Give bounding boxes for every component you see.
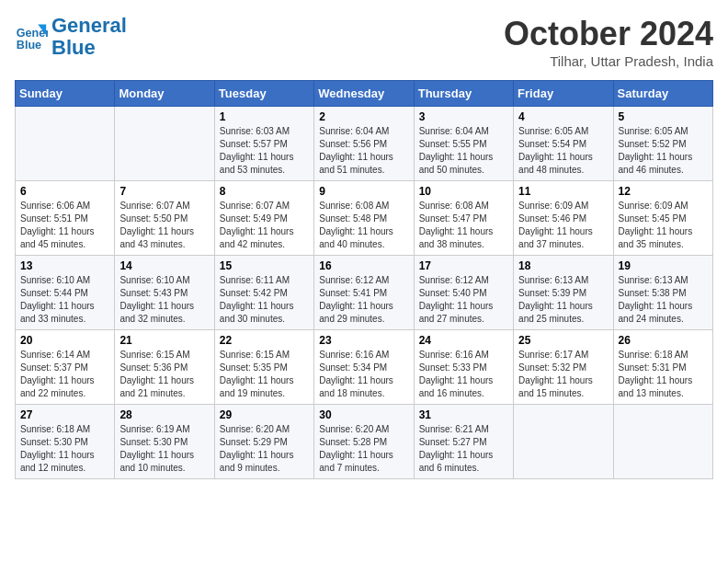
logo-icon: General Blue [15, 20, 48, 53]
day-of-week-header: Friday [514, 81, 613, 107]
day-of-week-header: Monday [115, 81, 214, 107]
calendar-day-cell: 19Sunrise: 6:13 AMSunset: 5:38 PMDayligh… [613, 256, 712, 330]
day-number: 8 [220, 185, 309, 198]
calendar-day-cell: 7Sunrise: 6:07 AMSunset: 5:50 PMDaylight… [115, 181, 214, 256]
day-info: Sunrise: 6:05 AMSunset: 5:52 PMDaylight:… [619, 125, 708, 177]
calendar-day-cell: 18Sunrise: 6:13 AMSunset: 5:39 PMDayligh… [514, 256, 613, 330]
day-number: 11 [518, 185, 608, 198]
calendar-day-cell: 20Sunrise: 6:14 AMSunset: 5:37 PMDayligh… [16, 330, 115, 405]
day-number: 17 [419, 259, 508, 272]
calendar-day-cell: 21Sunrise: 6:15 AMSunset: 5:36 PMDayligh… [115, 330, 214, 405]
calendar-day-cell: 2Sunrise: 6:04 AMSunset: 5:56 PMDaylight… [314, 107, 414, 181]
day-number: 21 [119, 334, 209, 347]
day-info: Sunrise: 6:18 AMSunset: 5:30 PMDaylight:… [20, 423, 109, 475]
day-number: 4 [518, 110, 608, 123]
calendar-day-cell: 24Sunrise: 6:16 AMSunset: 5:33 PMDayligh… [414, 330, 513, 405]
day-info: Sunrise: 6:06 AMSunset: 5:51 PMDaylight:… [20, 200, 109, 251]
month-title: October 2024 [504, 15, 713, 53]
day-number: 26 [619, 334, 708, 347]
calendar-day-cell: 25Sunrise: 6:17 AMSunset: 5:32 PMDayligh… [514, 330, 613, 405]
day-info: Sunrise: 6:21 AMSunset: 5:27 PMDaylight:… [419, 423, 508, 475]
svg-text:Blue: Blue [17, 39, 41, 52]
calendar-day-cell: 22Sunrise: 6:15 AMSunset: 5:35 PMDayligh… [214, 330, 313, 405]
day-info: Sunrise: 6:12 AMSunset: 5:40 PMDaylight:… [419, 274, 508, 326]
day-number: 18 [518, 259, 608, 272]
logo: General Blue GeneralBlue [15, 15, 127, 59]
calendar-day-cell: 23Sunrise: 6:16 AMSunset: 5:34 PMDayligh… [314, 330, 414, 405]
calendar-day-cell: 1Sunrise: 6:03 AMSunset: 5:57 PMDaylight… [214, 107, 313, 181]
calendar-day-cell: 8Sunrise: 6:07 AMSunset: 5:49 PMDaylight… [214, 181, 313, 256]
day-info: Sunrise: 6:16 AMSunset: 5:34 PMDaylight:… [319, 349, 408, 400]
day-info: Sunrise: 6:11 AMSunset: 5:42 PMDaylight:… [220, 274, 309, 326]
calendar-week-row: 6Sunrise: 6:06 AMSunset: 5:51 PMDaylight… [16, 181, 713, 256]
calendar-day-cell: 11Sunrise: 6:09 AMSunset: 5:46 PMDayligh… [514, 181, 613, 256]
day-info: Sunrise: 6:08 AMSunset: 5:48 PMDaylight:… [319, 200, 408, 251]
calendar-day-cell: 17Sunrise: 6:12 AMSunset: 5:40 PMDayligh… [414, 256, 513, 330]
location: Tilhar, Uttar Pradesh, India [504, 53, 713, 69]
day-info: Sunrise: 6:09 AMSunset: 5:45 PMDaylight:… [619, 200, 708, 251]
day-number: 9 [319, 185, 408, 198]
day-info: Sunrise: 6:07 AMSunset: 5:49 PMDaylight:… [220, 200, 309, 251]
day-info: Sunrise: 6:04 AMSunset: 5:56 PMDaylight:… [319, 125, 408, 177]
day-number: 27 [20, 408, 109, 421]
day-info: Sunrise: 6:08 AMSunset: 5:47 PMDaylight:… [419, 200, 508, 251]
day-info: Sunrise: 6:13 AMSunset: 5:39 PMDaylight:… [518, 274, 608, 326]
day-info: Sunrise: 6:10 AMSunset: 5:43 PMDaylight:… [119, 274, 209, 326]
calendar-day-cell [613, 405, 712, 479]
day-of-week-header: Sunday [16, 81, 115, 107]
day-number: 20 [20, 334, 109, 347]
day-info: Sunrise: 6:05 AMSunset: 5:54 PMDaylight:… [518, 125, 608, 177]
calendar-day-cell: 3Sunrise: 6:04 AMSunset: 5:55 PMDaylight… [414, 107, 513, 181]
day-number: 16 [319, 259, 408, 272]
day-info: Sunrise: 6:20 AMSunset: 5:29 PMDaylight:… [220, 423, 309, 475]
day-number: 19 [619, 259, 708, 272]
day-number: 2 [319, 110, 408, 123]
calendar-day-cell: 16Sunrise: 6:12 AMSunset: 5:41 PMDayligh… [314, 256, 414, 330]
day-info: Sunrise: 6:10 AMSunset: 5:44 PMDaylight:… [20, 274, 109, 326]
calendar-day-cell: 4Sunrise: 6:05 AMSunset: 5:54 PMDaylight… [514, 107, 613, 181]
calendar-day-cell [514, 405, 613, 479]
day-number: 28 [119, 408, 209, 421]
calendar-day-cell: 27Sunrise: 6:18 AMSunset: 5:30 PMDayligh… [16, 405, 115, 479]
day-number: 25 [518, 334, 608, 347]
day-number: 22 [220, 334, 309, 347]
day-info: Sunrise: 6:19 AMSunset: 5:30 PMDaylight:… [119, 423, 209, 475]
calendar-week-row: 27Sunrise: 6:18 AMSunset: 5:30 PMDayligh… [16, 405, 713, 479]
title-block: October 2024 Tilhar, Uttar Pradesh, Indi… [504, 15, 713, 69]
day-of-week-header: Saturday [613, 81, 712, 107]
day-number: 6 [20, 185, 109, 198]
day-number: 15 [220, 259, 309, 272]
day-number: 29 [220, 408, 309, 421]
calendar-table: SundayMondayTuesdayWednesdayThursdayFrid… [15, 80, 713, 479]
logo-text: GeneralBlue [51, 15, 127, 59]
calendar-day-cell: 9Sunrise: 6:08 AMSunset: 5:48 PMDaylight… [314, 181, 414, 256]
day-info: Sunrise: 6:15 AMSunset: 5:36 PMDaylight:… [119, 349, 209, 400]
day-number: 1 [220, 110, 309, 123]
calendar-day-cell [16, 107, 115, 181]
calendar-week-row: 20Sunrise: 6:14 AMSunset: 5:37 PMDayligh… [16, 330, 713, 405]
day-number: 30 [319, 408, 408, 421]
calendar-header: SundayMondayTuesdayWednesdayThursdayFrid… [16, 81, 713, 107]
day-info: Sunrise: 6:14 AMSunset: 5:37 PMDaylight:… [20, 349, 109, 400]
calendar-day-cell: 5Sunrise: 6:05 AMSunset: 5:52 PMDaylight… [613, 107, 712, 181]
calendar-day-cell: 15Sunrise: 6:11 AMSunset: 5:42 PMDayligh… [214, 256, 313, 330]
calendar-day-cell: 29Sunrise: 6:20 AMSunset: 5:29 PMDayligh… [214, 405, 313, 479]
day-info: Sunrise: 6:18 AMSunset: 5:31 PMDaylight:… [619, 349, 708, 400]
calendar-day-cell: 14Sunrise: 6:10 AMSunset: 5:43 PMDayligh… [115, 256, 214, 330]
day-info: Sunrise: 6:20 AMSunset: 5:28 PMDaylight:… [319, 423, 408, 475]
calendar-day-cell: 28Sunrise: 6:19 AMSunset: 5:30 PMDayligh… [115, 405, 214, 479]
calendar-day-cell: 26Sunrise: 6:18 AMSunset: 5:31 PMDayligh… [613, 330, 712, 405]
day-info: Sunrise: 6:17 AMSunset: 5:32 PMDaylight:… [518, 349, 608, 400]
day-info: Sunrise: 6:07 AMSunset: 5:50 PMDaylight:… [119, 200, 209, 251]
day-number: 7 [119, 185, 209, 198]
day-number: 13 [20, 259, 109, 272]
day-of-week-header: Tuesday [214, 81, 313, 107]
day-info: Sunrise: 6:04 AMSunset: 5:55 PMDaylight:… [419, 125, 508, 177]
day-number: 10 [419, 185, 508, 198]
day-info: Sunrise: 6:16 AMSunset: 5:33 PMDaylight:… [419, 349, 508, 400]
day-number: 3 [419, 110, 508, 123]
day-info: Sunrise: 6:13 AMSunset: 5:38 PMDaylight:… [619, 274, 708, 326]
day-of-week-header: Thursday [414, 81, 513, 107]
day-info: Sunrise: 6:09 AMSunset: 5:46 PMDaylight:… [518, 200, 608, 251]
day-info: Sunrise: 6:15 AMSunset: 5:35 PMDaylight:… [220, 349, 309, 400]
